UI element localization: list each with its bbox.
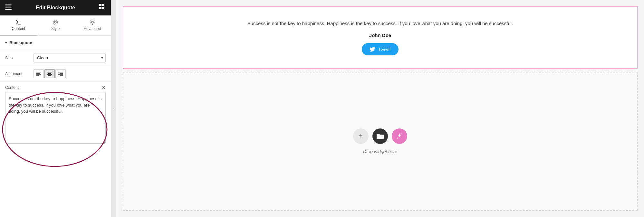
- preview-author: John Doe: [369, 33, 391, 38]
- magic-button[interactable]: [392, 128, 407, 144]
- svg-point-8: [53, 20, 58, 24]
- hamburger-icon[interactable]: [5, 5, 12, 11]
- content-label: Content: [5, 85, 19, 90]
- alignment-label: Alignment: [5, 71, 31, 76]
- svg-rect-20: [58, 74, 63, 75]
- preview-area: Success is not the key to happiness. Hap…: [123, 6, 638, 69]
- svg-rect-17: [48, 75, 51, 76]
- svg-rect-16: [47, 74, 52, 75]
- add-widget-button[interactable]: +: [353, 128, 369, 144]
- tab-content-label: Content: [12, 26, 25, 31]
- align-right-button[interactable]: [55, 69, 66, 78]
- skin-field-row: Skin Clean Default Boxed Quotation: [0, 50, 111, 66]
- tab-advanced-label: Advanced: [84, 26, 101, 31]
- collapse-arrow-icon: ‹: [113, 107, 114, 110]
- alignment-buttons: [34, 69, 106, 78]
- svg-rect-19: [60, 73, 63, 74]
- content-field-container: Content ✕: [0, 82, 111, 148]
- svg-rect-5: [99, 7, 101, 9]
- skin-label: Skin: [5, 56, 31, 60]
- content-close-icon[interactable]: ✕: [102, 85, 106, 90]
- svg-point-9: [91, 21, 93, 23]
- content-textarea[interactable]: [5, 92, 106, 144]
- tweet-button[interactable]: Tweet: [362, 43, 399, 55]
- svg-rect-2: [5, 9, 12, 10]
- svg-rect-11: [36, 73, 40, 74]
- skin-select-wrapper: Clean Default Boxed Quotation: [34, 53, 106, 62]
- blockquote-section-header[interactable]: ▾ Blockquote: [0, 36, 111, 50]
- tab-style-label: Style: [51, 26, 60, 31]
- svg-rect-21: [60, 75, 63, 76]
- svg-rect-4: [102, 4, 104, 6]
- right-panel: Success is not the key to happiness. Hap…: [116, 0, 644, 217]
- sparkle-icon: [396, 133, 403, 140]
- tab-advanced[interactable]: Advanced: [74, 15, 111, 35]
- svg-rect-3: [99, 4, 101, 6]
- tab-content[interactable]: Content: [0, 15, 37, 35]
- preview-quote-text: Success is not the key to happiness. Hap…: [247, 20, 513, 27]
- panel-header: Edit Blockquote: [0, 0, 111, 15]
- alignment-field-row: Alignment: [0, 66, 111, 82]
- drop-area: + Drag widget here: [123, 72, 638, 211]
- drop-area-label: Drag widget here: [363, 149, 398, 154]
- drop-area-buttons: +: [353, 128, 407, 144]
- skin-control: Clean Default Boxed Quotation: [34, 53, 106, 62]
- twitter-icon: [370, 46, 375, 52]
- content-field-label-row: Content ✕: [5, 85, 106, 90]
- align-left-button[interactable]: [34, 69, 44, 78]
- tab-style[interactable]: Style: [37, 15, 74, 35]
- svg-rect-12: [36, 74, 41, 75]
- panel-content: ▾ Blockquote Skin Clean Default Boxed Qu…: [0, 36, 111, 217]
- svg-rect-0: [5, 5, 12, 5]
- svg-rect-1: [5, 7, 12, 8]
- skin-select[interactable]: Clean Default Boxed Quotation: [34, 53, 106, 62]
- section-title: Blockquote: [9, 40, 32, 45]
- folder-button[interactable]: [372, 128, 388, 144]
- content-field-wrapper: Content ✕: [0, 82, 111, 148]
- left-panel: Edit Blockquote Content Style: [0, 0, 111, 217]
- grid-icon[interactable]: [99, 4, 106, 12]
- svg-rect-15: [48, 73, 51, 74]
- folder-icon: [377, 133, 384, 139]
- align-center-button[interactable]: [44, 69, 55, 78]
- panel-title: Edit Blockquote: [36, 5, 75, 11]
- svg-rect-14: [47, 72, 52, 72]
- svg-rect-6: [102, 7, 104, 9]
- tweet-button-label: Tweet: [378, 47, 391, 52]
- section-arrow-icon: ▾: [5, 41, 7, 44]
- svg-point-7: [54, 21, 56, 23]
- collapse-handle[interactable]: ‹: [111, 0, 116, 217]
- panel-tabs: Content Style Advanced: [0, 15, 111, 36]
- svg-rect-18: [58, 72, 63, 72]
- svg-rect-10: [36, 72, 41, 72]
- svg-rect-13: [36, 75, 39, 76]
